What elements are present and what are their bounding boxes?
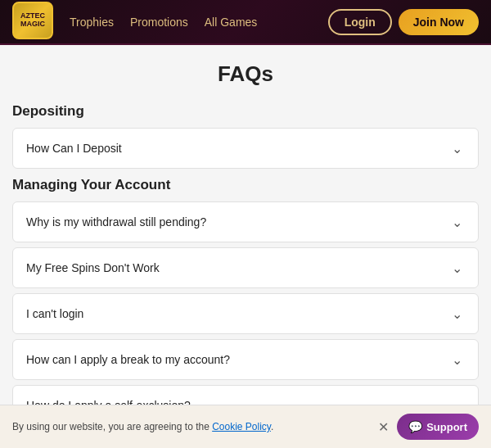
nav-all-games[interactable]: All Games xyxy=(205,16,258,29)
main-content: FAQs Depositing How Can I Deposit ⌄ Mana… xyxy=(0,45,491,448)
faq-question: How Can I Deposit xyxy=(26,142,122,155)
login-button[interactable]: Login xyxy=(328,9,392,35)
join-button[interactable]: Join Now xyxy=(399,9,479,35)
support-icon: 💬 xyxy=(408,420,422,433)
faq-question: Why is my withdrawal still pending? xyxy=(26,215,206,229)
logo-image: AZTEC MAGIC xyxy=(12,2,53,39)
cookie-bar: By using our website, you are agreeing t… xyxy=(0,405,491,448)
chevron-down-icon: ⌄ xyxy=(448,305,465,322)
cookie-policy-link[interactable]: Cookie Policy xyxy=(212,421,271,432)
cookie-close-button[interactable]: ✕ xyxy=(378,419,389,435)
main-nav: Trophies Promotions All Games xyxy=(70,16,328,29)
section-managing-title: Managing Your Account xyxy=(12,177,479,193)
faq-how-can-i-deposit[interactable]: How Can I Deposit ⌄ xyxy=(12,128,479,169)
cookie-text: By using our website, you are agreeing t… xyxy=(12,421,370,432)
faq-cant-login[interactable]: I can't login ⌄ xyxy=(12,293,479,334)
faq-free-spins[interactable]: My Free Spins Don't Work ⌄ xyxy=(12,247,479,288)
header-buttons: Login Join Now xyxy=(328,9,479,35)
chevron-down-icon: ⌄ xyxy=(448,140,465,156)
header: AZTEC MAGIC Trophies Promotions All Game… xyxy=(0,0,491,45)
faq-question: My Free Spins Don't Work xyxy=(26,261,160,274)
section-depositing: Depositing How Can I Deposit ⌄ xyxy=(12,103,479,169)
faq-apply-break[interactable]: How can I apply a break to my account? ⌄ xyxy=(12,339,479,380)
nav-trophies[interactable]: Trophies xyxy=(70,16,114,29)
support-label: Support xyxy=(426,421,467,433)
support-button[interactable]: 💬 Support xyxy=(397,414,479,440)
faq-question: How can I apply a break to my account? xyxy=(26,353,230,366)
faq-question: I can't login xyxy=(26,307,83,320)
nav-promotions[interactable]: Promotions xyxy=(130,16,188,29)
chevron-down-icon: ⌄ xyxy=(448,260,465,276)
section-depositing-title: Depositing xyxy=(12,103,479,120)
chevron-down-icon: ⌄ xyxy=(448,351,465,368)
chevron-down-icon: ⌄ xyxy=(448,214,465,230)
logo[interactable]: AZTEC MAGIC xyxy=(12,2,57,43)
page-title: FAQs xyxy=(12,61,479,87)
faq-withdrawal-pending[interactable]: Why is my withdrawal still pending? ⌄ xyxy=(12,201,479,242)
